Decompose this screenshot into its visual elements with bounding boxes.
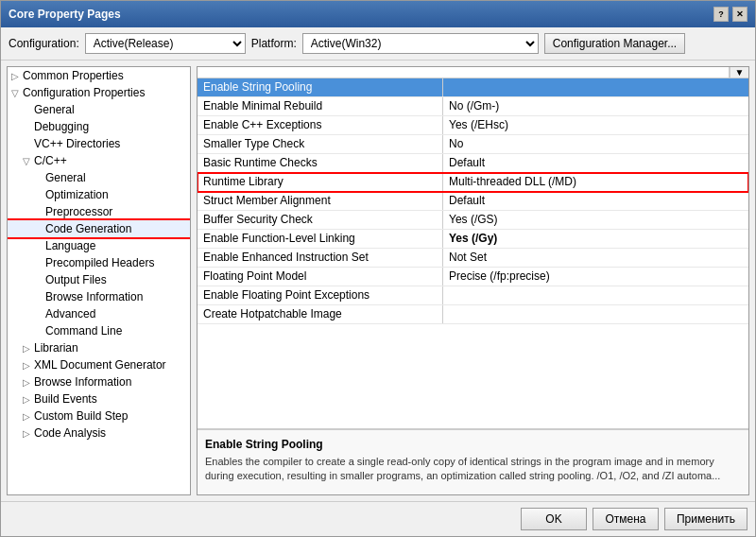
tree-item-vc-dirs[interactable]: VC++ Directories [8,135,190,152]
prop-name-enable-cpp-exceptions: Enable C++ Exceptions [198,116,443,134]
property-row-enable-minimal-rebuild[interactable]: Enable Minimal Rebuild No (/Gm-) [198,97,748,116]
title-bar: Core Property Pages ? ✕ [1,1,755,27]
tree-label: Librarian [34,341,78,355]
property-row-runtime-library[interactable]: Runtime Library Multi-threaded DLL (/MD) [198,173,748,192]
prop-value-smaller-type-check: No [443,135,748,153]
tree-label: Debugging [34,120,89,133]
tree-label: XML Document Generator [34,358,166,372]
tree-item-browse-info[interactable]: ▷ Browse Information [8,373,190,390]
property-row-basic-runtime-checks[interactable]: Basic Runtime Checks Default [198,154,748,173]
config-label: Configuration: [9,37,79,50]
property-row-enable-string-pooling[interactable]: Enable String Pooling [198,78,748,97]
prop-name-buffer-security-check: Buffer Security Check [198,211,443,229]
prop-name-floating-point-model: Floating Point Model [198,268,443,286]
config-manager-button[interactable]: Configuration Manager... [544,33,685,54]
tree-label: Browse Information [34,375,131,389]
tree-item-code-analysis[interactable]: ▷ Code Analysis [8,424,190,442]
tree-item-custom-build[interactable]: ▷ Custom Build Step [8,407,190,424]
tree-item-cpp-optim[interactable]: Optimization [8,186,190,203]
tree-label: Output Files [45,273,107,286]
property-row-enable-function-level-linking[interactable]: Enable Function-Level Linking Yes (/Gy) [198,230,748,249]
tree-label: Language [45,239,95,252]
prop-value-runtime-library: Multi-threaded DLL (/MD) [443,173,748,191]
property-row-smaller-type-check[interactable]: Smaller Type Check No [198,135,748,154]
tree-item-librarian[interactable]: ▷ Librarian [8,339,190,356]
tree-item-common-props[interactable]: ▷ Common Properties [8,67,190,84]
prop-value-floating-point-model: Precise (/fp:precise) [443,268,748,286]
tree-label: General [45,171,86,184]
tree-label: C/C++ [34,154,67,167]
tree-item-cpp-preproc[interactable]: Preprocessor [8,203,190,220]
tree-item-debugging[interactable]: Debugging [8,118,190,135]
prop-name-enable-floating-point-exceptions: Enable Floating Point Exceptions [198,286,443,304]
tree-label: Browse Information [45,290,143,303]
expand-icon: ▷ [23,360,34,371]
cancel-button[interactable]: Отмена [593,508,659,530]
property-list: Enable String Pooling Enable Minimal Reb… [198,78,748,428]
tree-item-cpp-general[interactable]: General [8,169,190,186]
expand-icon: ▷ [23,411,34,422]
tree-item-cpp-browse[interactable]: Browse Information [8,288,190,305]
expand-icon: ▷ [23,428,34,439]
prop-value-enable-floating-point-exceptions [443,286,748,304]
prop-value-buffer-security-check: Yes (/GS) [443,211,748,229]
header-dropdown-arrow[interactable]: ▼ [730,67,748,78]
window-title: Core Property Pages [9,8,121,21]
tree-item-build-events[interactable]: ▷ Build Events [8,390,190,407]
config-select[interactable]: Active(Release) [85,33,246,54]
expand-icon: ▽ [23,156,34,166]
platform-select[interactable]: Active(Win32) [302,33,539,54]
tree-label: Command Line [45,324,122,338]
tree-item-cpp-lang[interactable]: Language [8,237,190,254]
prop-value-create-hotpatchable-image [443,305,748,323]
expand-icon: ▽ [11,88,23,98]
help-button[interactable]: ? [713,7,729,22]
expand-icon: ▷ [11,71,23,81]
prop-value-enable-minimal-rebuild: No (/Gm-) [443,97,748,115]
tree-label: Custom Build Step [34,409,128,423]
tree-label: General [34,103,75,116]
tree-label: Precompiled Headers [45,256,154,269]
prop-name-basic-runtime-checks: Basic Runtime Checks [198,154,443,172]
tree-item-c-cpp[interactable]: ▽ C/C++ [8,152,190,169]
prop-value-struct-member-alignment: Default [443,192,748,210]
expand-icon: ▷ [23,343,34,354]
tree-item-cpp-advanced[interactable]: Advanced [8,305,190,322]
tree-item-cpp-pch[interactable]: Precompiled Headers [8,254,190,271]
description-text: Enables the compiler to create a single … [205,455,741,484]
property-row-struct-member-alignment[interactable]: Struct Member Alignment Default [198,192,748,211]
tree-label: Configuration Properties [23,86,145,99]
prop-value-enable-function-level-linking: Yes (/Gy) [443,230,748,248]
description-title: Enable String Pooling [205,438,741,451]
prop-name-struct-member-alignment: Struct Member Alignment [198,192,443,210]
tree-item-cpp-cmdline[interactable]: Command Line [8,322,190,339]
property-row-enable-floating-point-exceptions[interactable]: Enable Floating Point Exceptions [198,286,748,305]
tree-label: VC++ Directories [34,137,120,150]
tree-item-general[interactable]: General [8,101,190,118]
tree-label: Advanced [45,307,95,320]
tree-item-config-props[interactable]: ▽ Configuration Properties [8,84,190,101]
prop-name-smaller-type-check: Smaller Type Check [198,135,443,153]
tree-label: Common Properties [23,69,124,82]
tree-item-xml-gen[interactable]: ▷ XML Document Generator [8,356,190,373]
apply-button[interactable]: Применить [664,508,747,530]
tree-item-cpp-output[interactable]: Output Files [8,271,190,288]
tree-label: Build Events [34,392,97,406]
property-row-floating-point-model[interactable]: Floating Point Model Precise (/fp:precis… [198,268,748,286]
property-row-enable-enhanced-instruction-set[interactable]: Enable Enhanced Instruction Set Not Set [198,249,748,268]
tree-label: Optimization [45,188,109,201]
tree-label: Code Analysis [34,426,106,440]
property-row-enable-cpp-exceptions[interactable]: Enable C++ Exceptions Yes (/EHsc) [198,116,748,135]
title-bar-buttons: ? ✕ [713,7,747,22]
toolbar: Configuration: Active(Release) Platform:… [1,27,755,61]
left-panel: ▷ Common Properties ▽ Configuration Prop… [7,66,191,495]
prop-value-enable-cpp-exceptions: Yes (/EHsc) [443,116,748,134]
prop-name-enable-minimal-rebuild: Enable Minimal Rebuild [198,97,443,115]
property-row-buffer-security-check[interactable]: Buffer Security Check Yes (/GS) [198,211,748,230]
tree-label: Code Generation [45,222,131,235]
close-button[interactable]: ✕ [732,7,747,22]
tree-item-cpp-codegen[interactable]: Code Generation [8,220,190,237]
description-panel: Enable String Pooling Enables the compil… [198,428,748,494]
property-row-create-hotpatchable-image[interactable]: Create Hotpatchable Image [198,305,748,324]
ok-button[interactable]: OK [521,508,587,530]
